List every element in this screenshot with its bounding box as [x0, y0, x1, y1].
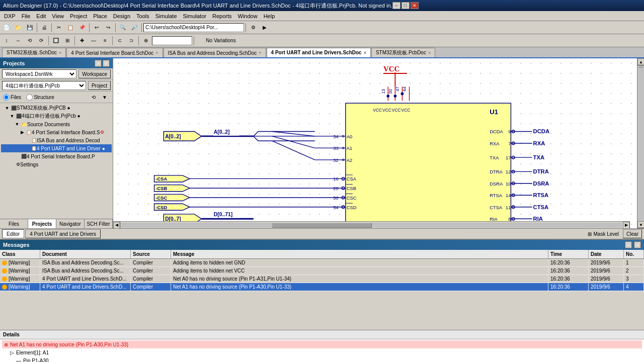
tb-save-btn[interactable]: 💾 [24, 22, 35, 33]
tb2-btn2[interactable]: ↔ [13, 35, 24, 46]
menu-item-tools[interactable]: Tools [133, 11, 152, 21]
msg-row-2[interactable]: [Warning]4 Port UART and Line Drivers.Sc… [0, 275, 644, 283]
menu-item-window[interactable]: Window [235, 11, 261, 21]
col-document[interactable]: Document [40, 250, 131, 258]
tree-refresh-btn[interactable]: ⟲ [89, 93, 99, 102]
tab-1[interactable]: 4 Port Serial Interface Board.SchDoc× [66, 48, 163, 57]
scroll-track[interactable] [637, 65, 644, 221]
tree-menu-btn[interactable]: ▼ [100, 93, 110, 102]
tb-open-btn[interactable]: 📁 [13, 22, 24, 33]
schematic-canvas[interactable]: VCC 13 30 47 64 U1 [113, 58, 637, 228]
tb2-btn8[interactable]: — [88, 35, 99, 46]
tree-item-source-docs[interactable]: ▼ 📁 Source Documents [1, 120, 112, 128]
h-scroll-track[interactable] [121, 223, 622, 228]
col-date[interactable]: Date [589, 250, 624, 258]
h-scroll-left-btn[interactable]: ◀ [113, 222, 120, 229]
toolbar-path-input[interactable] [143, 23, 244, 32]
scroll-down-btn[interactable]: ▼ [637, 221, 644, 228]
scroll-thumb[interactable] [638, 66, 643, 67]
tab-close-icon-2[interactable]: × [259, 50, 261, 55]
tb2-btn3[interactable]: ⟲ [24, 35, 35, 46]
close-button[interactable]: ✕ [411, 2, 419, 9]
col-message[interactable]: Message [171, 250, 548, 258]
menu-item-view[interactable]: View [49, 11, 67, 21]
uart-drivers-tab[interactable]: 4 Port UART and Line Drivers [25, 229, 101, 238]
tb2-btn7[interactable]: ✚ [76, 35, 88, 46]
tab-3[interactable]: 4 Port UART and Line Drivers.SchDoc× [267, 48, 371, 57]
structure-radio[interactable] [26, 94, 33, 101]
lb-projects-tab[interactable]: Projects [28, 219, 56, 228]
h-scroll-thumb[interactable] [272, 223, 372, 228]
menu-item-design[interactable]: Design [110, 11, 133, 21]
msg-row-1[interactable]: [Warning]ISA Bus and Address Decoding.Sc… [0, 267, 644, 275]
menu-item-simulator[interactable]: Simulator [180, 11, 209, 21]
menu-item-place[interactable]: Place [90, 11, 110, 21]
workspace-button[interactable]: Workspace [78, 69, 111, 78]
project-button[interactable]: Project [88, 81, 111, 90]
tb-run-btn[interactable]: ▶ [259, 22, 270, 33]
tab-close-icon-4[interactable]: × [428, 50, 431, 55]
panel-menu-btn[interactable]: ≡ [103, 60, 110, 67]
h-scroll-right-btn[interactable]: ▶ [623, 222, 630, 229]
tree-item-settings[interactable]: ⚙ Settings [1, 160, 112, 168]
workspace-select[interactable]: Workspace1.DsnWrk [2, 69, 76, 78]
col-no[interactable]: No. [624, 250, 644, 258]
tb-paste-btn[interactable]: 📌 [76, 22, 88, 33]
lb-sch-filter-tab[interactable]: SCH Filter [85, 219, 113, 228]
tb-redo-btn[interactable]: ↪ [103, 22, 114, 33]
toolbar2-zoom-input[interactable] [152, 36, 192, 45]
tb2-btn5[interactable]: 🔲 [50, 35, 61, 46]
tab-close-icon-0[interactable]: × [59, 50, 61, 55]
tb-compile-btn[interactable]: ⚙ [248, 22, 259, 33]
lb-files-tab[interactable]: Files [0, 219, 28, 228]
menu-item-edit[interactable]: Edit [33, 11, 49, 21]
tb2-zoom-btn[interactable]: ⊕ [140, 35, 151, 46]
files-radio[interactable] [3, 94, 10, 101]
messages-close-btn[interactable]: × [634, 241, 641, 248]
col-class[interactable]: Class [0, 250, 40, 258]
panel-close-btn[interactable]: × [95, 60, 102, 67]
menu-item-simulate[interactable]: Simulate [152, 11, 180, 21]
tree-item-pcb[interactable]: ⬛ 4 Port Serial Interface Board.P [1, 152, 112, 160]
tb2-btn11[interactable]: ⊃ [126, 35, 137, 46]
tb-cut-btn[interactable]: ✂ [53, 22, 64, 33]
tab-close-icon-3[interactable]: × [364, 50, 366, 55]
tab-0[interactable]: STM32系统板.SchDoc× [2, 48, 66, 57]
files-radio-label[interactable]: Files [3, 94, 21, 101]
msg-row-3[interactable]: [Warning]4 Port UART and Line Drivers.Sc… [0, 283, 644, 291]
minimize-button[interactable]: − [392, 2, 400, 9]
tab-2[interactable]: ISA Bus and Address Decoding.SchDoc× [164, 48, 266, 57]
col-source[interactable]: Source [131, 250, 171, 258]
editor-tab[interactable]: Editor [2, 229, 24, 238]
tb-print-btn[interactable]: 🖨 [39, 22, 50, 33]
menu-item-dxp[interactable]: DXP [1, 11, 19, 21]
maximize-button[interactable]: □ [401, 2, 410, 9]
tree-item-stm32[interactable]: ▼ ⬛ STM32系统板.PrjPCB ● [1, 104, 112, 112]
tab-close-icon-1[interactable]: × [155, 50, 158, 55]
tab-4[interactable]: STM32系统板.PcbDoc× [371, 48, 435, 57]
tree-item-4port-proj[interactable]: ▼ ⬛ 4端口串行通信板.PrjPcb ● [1, 112, 112, 120]
menu-item-file[interactable]: File [19, 11, 34, 21]
col-time[interactable]: Time [548, 250, 589, 258]
tb2-btn6[interactable]: ⊞ [62, 35, 73, 46]
tree-item-4port-serial[interactable]: ▶ 📋 4 Port Serial Interface Board.S ⚙ [1, 128, 112, 136]
messages-minimize-btn[interactable]: − [625, 241, 632, 248]
tree-item-uart-drivers[interactable]: 📋 4 Port UART and Line Driver ● [1, 144, 112, 152]
tb-copy-btn[interactable]: 📋 [65, 22, 76, 33]
tree-item-isa-bus[interactable]: 📋 ISA Bus and Address Decod [1, 136, 112, 144]
project-select[interactable]: 4端口串行通信板.PrjPcb [2, 81, 86, 90]
tb2-btn10[interactable]: ⊂ [114, 35, 125, 46]
msg-row-0[interactable]: [Warning]ISA Bus and Address Decoding.Sc… [0, 259, 644, 267]
lb-navigator-tab[interactable]: Navigator [56, 219, 85, 228]
tb2-btn1[interactable]: ↕ [1, 35, 12, 46]
tb-zoom-out-btn[interactable]: 🔎 [129, 22, 140, 33]
tb-zoom-in-btn[interactable]: 🔍 [117, 22, 128, 33]
tb2-variations-btn[interactable]: No Variations [196, 35, 246, 46]
clear-button[interactable]: Clear [623, 229, 642, 238]
scroll-up-btn[interactable]: ▲ [637, 58, 644, 65]
menu-item-help[interactable]: Help [261, 11, 278, 21]
tb2-btn4[interactable]: ⟳ [36, 35, 47, 46]
tb-undo-btn[interactable]: ↩ [91, 22, 102, 33]
tb-new-btn[interactable]: 📄 [1, 22, 12, 33]
structure-radio-label[interactable]: Structure [26, 94, 54, 101]
